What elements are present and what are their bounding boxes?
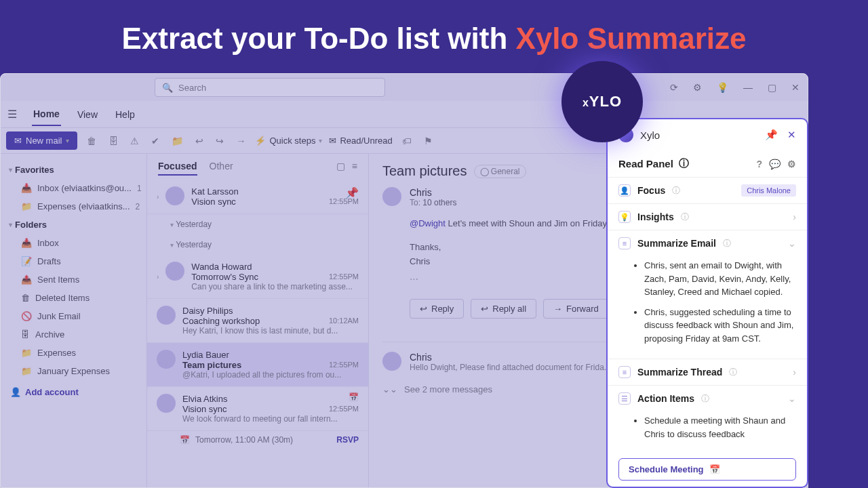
read-unread-button[interactable]: ✉ Read/Unread <box>329 136 392 146</box>
reply-all-arrow-icon: ↩ <box>481 304 488 314</box>
chevron-double-down-icon: ⌄⌄ <box>382 384 397 394</box>
thread-icon: ≡ <box>618 366 631 378</box>
chevron-down-icon: ▾ <box>66 137 69 144</box>
sidebar-item-drafts[interactable]: 📝Drafts <box>6 252 141 270</box>
action-items-row[interactable]: ☰ Action Itemsⓘ ⌄ <box>608 385 807 411</box>
filter-icon[interactable]: ≡ <box>352 161 357 176</box>
rsvp-row: 📅 Tomorrow, 11:00 AM (30m) RSVP <box>147 431 368 451</box>
bulb-icon: 💡 <box>618 211 631 223</box>
tag-icon[interactable]: 🏷 <box>399 136 414 146</box>
message-item-selected[interactable]: Lydia BauerTeam pictures@Katri, I upload… <box>147 343 368 387</box>
mention[interactable]: @Dwight <box>410 218 446 228</box>
message-item[interactable]: Daisy PhilipsCoaching workshopHey Katri,… <box>147 299 368 343</box>
select-icon[interactable]: ▢ <box>336 161 345 176</box>
favorites-section[interactable]: ▾Favorites <box>6 161 141 179</box>
delete-icon[interactable]: 🗑 <box>84 136 99 146</box>
schedule-meeting-button[interactable]: Schedule Meeting 📅 <box>618 458 796 481</box>
tab-view[interactable]: View <box>76 104 99 125</box>
rsvp-button[interactable]: RSVP <box>336 435 359 445</box>
avatar <box>157 350 176 369</box>
tab-focused[interactable]: Focused <box>158 161 197 176</box>
summary-content: Chris, sent an email to Dwight, with Zac… <box>608 256 807 359</box>
settings-icon[interactable]: ⚙ <box>693 82 702 93</box>
info-icon[interactable]: ⓘ <box>679 157 689 170</box>
pin-icon[interactable]: 📌 <box>765 129 778 141</box>
folders-section[interactable]: ▾Folders <box>6 216 141 234</box>
reply-button[interactable]: ↩Reply <box>410 299 464 319</box>
tips-icon[interactable]: 💡 <box>717 82 728 93</box>
avatar <box>165 262 184 281</box>
bolt-icon: ⚡ <box>255 136 266 146</box>
reply-all-icon[interactable]: ↪ <box>213 136 226 146</box>
sidebar-item-sent[interactable]: 📤Sent Items <box>6 270 141 289</box>
new-mail-button[interactable]: ✉ New mail ▾ <box>6 131 77 150</box>
titlebar: 🔍 Search ⟳ ⚙ 💡 — ▢ ✕ <box>1 74 808 101</box>
tab-home[interactable]: Home <box>32 103 61 126</box>
folder-sidebar: ▾Favorites 📥Inbox (elviaatkins@ou...11 📁… <box>1 154 146 487</box>
summarize-thread-row[interactable]: ≡ Summarize Threadⓘ › <box>608 359 807 385</box>
insights-row[interactable]: 💡 Insightsⓘ › <box>608 203 807 230</box>
avatar <box>157 394 176 413</box>
feedback-icon[interactable]: 💬 <box>769 159 781 169</box>
move-icon[interactable]: 📁 <box>169 136 186 146</box>
chevron-right-icon: › <box>793 367 796 378</box>
sidebar-item-archive[interactable]: 🗄Archive <box>6 325 141 344</box>
summary-icon: ≡ <box>618 237 631 249</box>
sweep-icon[interactable]: ✔ <box>149 136 162 146</box>
focus-row[interactable]: 👤 Focusⓘ Chris Malone <box>608 177 807 203</box>
quick-steps-button[interactable]: ⚡ Quick steps ▾ <box>255 136 322 146</box>
sidebar-item-inbox-fav[interactable]: 📥Inbox (elviaatkins@ou...11 <box>6 179 141 197</box>
avatar <box>157 306 176 325</box>
reply-all-button[interactable]: ↩Reply all <box>471 299 536 319</box>
sidebar-item-junk[interactable]: 🚫Junk Email <box>6 307 141 325</box>
day-separator: ▾ Yesterday <box>147 214 368 235</box>
tab-other[interactable]: Other <box>210 161 233 176</box>
chevron-down-icon: ⌄ <box>788 393 796 404</box>
tab-help[interactable]: Help <box>114 104 136 125</box>
sync-icon[interactable]: ⟳ <box>670 82 678 93</box>
message-item[interactable]: › Kat LarssonVision sync 📌 12:55PM <box>147 180 368 214</box>
thread-title: Team pictures <box>382 163 467 179</box>
search-icon: 🔍 <box>162 83 173 93</box>
calendar-icon: 📅 <box>709 464 720 474</box>
reply-icon[interactable]: ↩ <box>193 136 206 146</box>
read-panel-title: Read Panel <box>618 158 673 169</box>
summarize-email-row[interactable]: ≡ Summarize Emailⓘ ⌄ <box>608 230 807 256</box>
forward-button[interactable]: →Forward <box>543 299 609 319</box>
sidebar-item-expenses-fav[interactable]: 📁Expenses (elviaatkins...2 <box>6 197 141 216</box>
category-tag[interactable]: ◯ General <box>474 165 526 178</box>
flag-icon[interactable]: ⚑ <box>421 136 435 146</box>
forward-icon[interactable]: → <box>233 136 248 146</box>
help-icon[interactable]: ? <box>756 159 762 169</box>
gear-icon[interactable]: ⚙ <box>787 159 796 169</box>
sidebar-item-deleted[interactable]: 🗑Deleted Items <box>6 289 141 307</box>
mail-icon: ✉ <box>14 136 22 146</box>
avatar <box>382 187 401 206</box>
report-icon[interactable]: ⚠ <box>127 136 142 146</box>
avatar <box>165 186 184 205</box>
close-icon[interactable]: ✕ <box>791 82 800 93</box>
day-separator: ▾ Yesterday <box>147 235 368 255</box>
sidebar-item-inbox[interactable]: 📥Inbox <box>6 234 141 252</box>
sidebar-item-january[interactable]: 📁January Expenses <box>6 362 141 380</box>
maximize-icon[interactable]: ▢ <box>768 82 776 93</box>
search-input[interactable]: 🔍 Search <box>155 78 385 97</box>
action-items-content: Schedule a meeting with Shaun and Chris … <box>608 411 807 454</box>
message-item[interactable]: Elvia AtkinsVision syncWe look forward t… <box>147 387 368 431</box>
archive-icon[interactable]: 🗄 <box>106 136 121 146</box>
xylo-logo-badge: xYLO <box>561 61 643 142</box>
add-account-button[interactable]: 👤Add account <box>6 380 141 404</box>
hero-headline: Extract your To-Do list with Xylo Summar… <box>0 0 868 68</box>
reply-arrow-icon: ↩ <box>420 304 427 314</box>
message-item[interactable]: › Wanda HowardTomorrow's SyncCan you sha… <box>147 255 368 299</box>
avatar <box>382 352 401 371</box>
hamburger-icon[interactable]: ☰ <box>7 108 17 121</box>
close-panel-icon[interactable]: ✕ <box>787 129 796 141</box>
envelope-icon: ✉ <box>329 136 336 146</box>
focus-person-chip[interactable]: Chris Malone <box>741 184 796 197</box>
xylo-panel: Xylo 📌 ✕ Read Panel ⓘ ? 💬 ⚙ 👤 Focusⓘ Chr… <box>606 118 808 488</box>
calendar-small-icon: 📅 <box>180 435 190 445</box>
list-icon: ☰ <box>618 392 631 405</box>
minimize-icon[interactable]: — <box>743 82 753 93</box>
sidebar-item-expenses[interactable]: 📁Expenses <box>6 344 141 362</box>
